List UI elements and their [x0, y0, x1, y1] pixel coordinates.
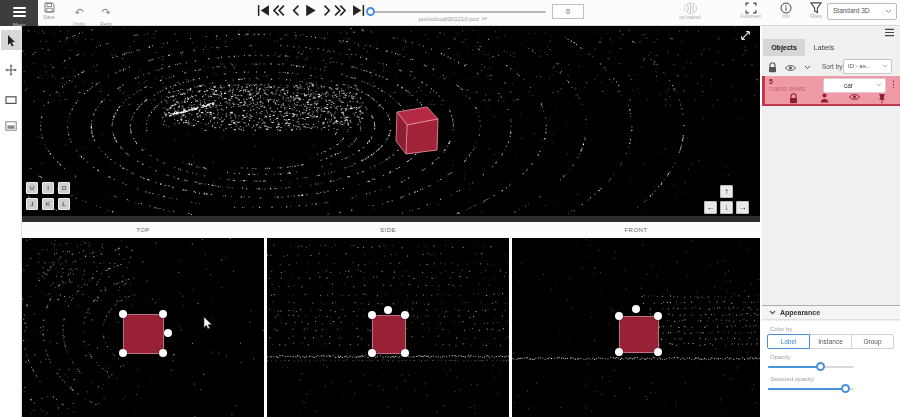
keypad-key-i[interactable]: I	[42, 182, 54, 194]
move-icon	[5, 64, 17, 76]
view-mode-select[interactable]: Standard 3D	[827, 3, 897, 20]
lock-icon	[768, 62, 777, 73]
eye-icon	[849, 93, 860, 101]
appearance-section-header[interactable]: Appearance	[762, 306, 900, 320]
object-owner-button[interactable]	[820, 93, 829, 103]
select-tool-button[interactable]	[1, 30, 21, 50]
not-trained-indicator: not trained	[673, 1, 707, 20]
bbox-handle[interactable]	[632, 305, 640, 313]
object-more-button[interactable]: ⋮	[889, 79, 898, 89]
next-frame-button[interactable]	[320, 4, 333, 17]
link-icon[interactable]	[481, 15, 488, 22]
sort-by-label: Sort by	[822, 63, 843, 70]
bbox-handle[interactable]	[384, 306, 392, 314]
color-by-label-option[interactable]: Label	[767, 334, 810, 349]
bbox-handle[interactable]	[615, 348, 623, 356]
selected-opacity-label: Selected opacity	[770, 376, 814, 382]
skip-start-button[interactable]	[257, 4, 270, 17]
top-view-label: TOP	[22, 227, 264, 233]
color-by-group-option[interactable]: Group	[851, 334, 894, 349]
hamburger-icon	[13, 5, 26, 19]
eye-icon	[785, 64, 796, 72]
sort-order-select[interactable]: ID - as...	[843, 59, 892, 74]
image-tool-button[interactable]	[1, 116, 21, 136]
nav-down-button[interactable]: ↓	[720, 201, 733, 214]
bbox-handle[interactable]	[159, 349, 167, 357]
rewind-icon	[272, 4, 285, 17]
object-card-5[interactable]: 5 CUBOID SHAPE car ⋮	[762, 76, 900, 106]
image-icon	[5, 121, 17, 131]
bbox-handle[interactable]	[368, 311, 376, 319]
pointer-icon	[6, 34, 17, 47]
panel-menu-button[interactable]	[884, 28, 895, 37]
undo-icon: ↶	[74, 6, 83, 18]
chevron-down-icon[interactable]	[804, 65, 811, 70]
opacity-slider-track[interactable]	[768, 366, 854, 368]
play-button[interactable]	[304, 4, 317, 17]
cuboid-tool-button[interactable]	[1, 90, 21, 110]
nav-left-button[interactable]: ←	[704, 201, 717, 214]
fullscreen-icon	[745, 2, 757, 14]
nav-right-button[interactable]: →	[736, 201, 749, 214]
keypad-key-l[interactable]: L	[58, 198, 70, 210]
frame-slider-track[interactable]	[370, 11, 546, 13]
selected-opacity-slider-thumb[interactable]	[841, 384, 850, 393]
person-icon	[820, 93, 829, 103]
pointcloud-annotation-app: Menu Save ↶ Undo ↷ Redo pointcloud/00121…	[0, 0, 900, 417]
expand-diagonal-icon	[740, 30, 751, 41]
cuboid-front-view-box[interactable]	[619, 316, 659, 353]
info-icon	[780, 2, 792, 14]
rewind-button[interactable]	[272, 4, 285, 17]
side-view-label: SIDE	[267, 227, 509, 233]
object-visibility-button[interactable]	[849, 93, 860, 101]
front-view-label: FRONT	[512, 227, 760, 233]
redo-button[interactable]: ↷ Redo	[93, 2, 119, 27]
bbox-handle[interactable]	[401, 311, 409, 319]
filename-row: pointcloud/001210.pcd	[360, 15, 546, 22]
bbox-handle[interactable]	[654, 348, 662, 356]
info-button[interactable]: Info	[769, 1, 803, 19]
brain-icon	[683, 2, 698, 15]
expand-view-button[interactable]	[740, 30, 751, 41]
nav-up-button[interactable]: ↑	[720, 185, 733, 198]
prev-frame-button[interactable]	[290, 4, 303, 17]
bbox-handle[interactable]	[615, 312, 623, 320]
bbox-handle[interactable]	[119, 349, 127, 357]
bbox-handle[interactable]	[164, 329, 172, 337]
fast-forward-button[interactable]	[334, 4, 347, 17]
appearance-panel: Color by Label Instance Group Opacity Se…	[762, 321, 900, 417]
object-pin-button[interactable]	[878, 93, 886, 104]
move-tool-button[interactable]	[1, 60, 21, 80]
fullscreen-button[interactable]: Fullscreen	[734, 1, 768, 19]
lock-all-button[interactable]	[768, 62, 777, 73]
undo-button[interactable]: ↶ Undo	[66, 2, 92, 27]
object-class-value: car	[824, 82, 873, 89]
object-class-select[interactable]: car	[823, 78, 886, 93]
fullscreen-label: Fullscreen	[734, 14, 768, 19]
main-menu-button[interactable]: Menu	[0, 0, 38, 26]
tab-objects[interactable]: Objects	[763, 39, 805, 56]
filters-icon	[810, 2, 822, 14]
bbox-handle[interactable]	[654, 312, 662, 320]
save-icon	[36, 2, 62, 13]
save-button[interactable]: Save	[36, 2, 62, 20]
frame-number-input[interactable]	[552, 4, 584, 19]
keypad-key-u[interactable]: U	[26, 182, 38, 194]
bbox-handle[interactable]	[159, 310, 167, 318]
keypad-key-k[interactable]: K	[42, 198, 54, 210]
keypad-key-j[interactable]: J	[26, 198, 38, 210]
color-by-instance-option[interactable]: Instance	[809, 334, 852, 349]
cuboid-3d-annotation[interactable]	[388, 104, 440, 158]
info-label: Info	[769, 14, 803, 19]
bbox-handle[interactable]	[368, 349, 376, 357]
visibility-all-button[interactable]	[785, 64, 796, 72]
opacity-slider-thumb[interactable]	[816, 362, 825, 371]
bbox-handle[interactable]	[401, 349, 409, 357]
cuboid-side-view-box[interactable]	[372, 315, 406, 354]
object-lock-button[interactable]	[789, 93, 798, 104]
bbox-handle[interactable]	[119, 310, 127, 318]
keypad-key-o[interactable]: O	[58, 182, 70, 194]
tab-labels[interactable]: Labels	[806, 39, 842, 56]
sort-order-value: ID - as...	[848, 63, 871, 69]
cuboid-top-view-box[interactable]	[123, 314, 164, 354]
